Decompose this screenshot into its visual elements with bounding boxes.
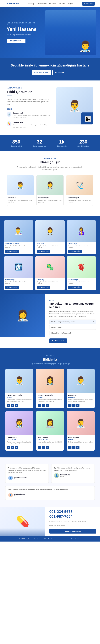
facebook-icon-3[interactable]: f [68,404,72,407]
stat-2: 32 Doktapı operasyonu [33,139,46,147]
facebook-icon-4[interactable]: f [7,446,10,449]
linkedin-icon-2[interactable]: in [46,404,49,407]
doctor-cta-6[interactable]: DEVAMINE GİDİ [68,286,82,289]
author-name-1: Jessica Kennedy [14,476,27,478]
doctor-cta-4[interactable]: DEVAMINE GİDİ [5,286,19,289]
twitter-icon-5[interactable]: t [42,446,45,449]
team-name-2: GENEL DIŞ HEKİM [38,394,62,396]
doctor-desc-4: Sample text. Click to select the Test El… [5,281,32,285]
team-img-2: 👩‍⚕️ [36,369,64,393]
footer-link-home[interactable]: Ana Sayfa [48,538,55,540]
team-member-icon-2: 👩‍⚕️ [45,376,55,386]
linkedin-icon-3[interactable]: in [76,404,80,407]
testimonial-1: Profesyonelce odaklanmak yeterli değildi… [5,464,49,483]
doctor-desc-3: Sample text. Click to select the Test El… [68,245,95,249]
navbar-cta-button[interactable]: Randevu Al [82,2,95,6]
how-description: Profesyonelce odaklanmak yeterli değildi… [17,166,83,171]
twitter-icon-4[interactable]: t [11,446,14,449]
facebook-icon-5[interactable]: f [38,446,41,449]
how-card-desc-3: Sample text. Click to select the Text El… [68,200,92,204]
testimonial-author-2: 👤 Frank Clarke Hasta [54,473,92,478]
doctor-cta-1[interactable]: DEVAMINE GİDİ [5,250,19,253]
facebook-icon-1[interactable]: f [7,404,10,407]
team-card-6: 👨‍⚕️ Prini Duvase ONKOLOG Profesyonelce … [67,411,95,451]
doctor-card-body-2: Genel Klinik Sample text. Click to selec… [35,242,64,254]
feature-text-1: Sample text Click to select the text box… [13,112,52,119]
how-card-desc-2: Sample text. Click to select the Text El… [38,200,62,204]
tagline-cta2-button[interactable]: BİLGİ ALART [52,70,68,75]
contact-phone-1: 001-234-5678 [49,510,96,514]
footer-link-contact[interactable]: İletişim [75,538,80,540]
doctor-desc-6: Sample text. Click to select the Test El… [68,281,95,285]
feature-icon-2: 💊 [7,121,12,126]
doctors-grid: 👨‍🔬 1.Laboratuvar analizi Sample text. C… [4,220,96,290]
footer-link-about[interactable]: Hakkımızda [57,538,65,540]
lab-link[interactable]: Buraya [7,108,12,110]
facebook-icon-2[interactable]: f [38,404,41,407]
doctors-section: 👨‍🔬 1.Laboratuvar analizi Sample text. C… [0,216,100,294]
team-desc-3: Profesyonelce odaklanmak yeterli değildi… [68,399,93,402]
how-tag: Çalışma süreci [7,158,93,159]
linkedin-icon-4[interactable]: in [15,446,18,449]
linkedin-icon-1[interactable]: in [15,404,18,407]
team-section: Ekibimiz Ekibimiz En iyi ve en nitelikli… [0,348,100,458]
linkedin-icon-6[interactable]: in [76,446,80,449]
doctor-cta-2[interactable]: DEVAMINE GİDİ [37,250,50,253]
doctor-cta-3[interactable]: DEVAMINE GİDİ [68,250,82,253]
twitter-icon-6[interactable]: t [72,446,76,449]
twitter-icon-3[interactable]: t [72,404,76,407]
twitter-icon-1[interactable]: t [11,404,14,407]
tagline-buttons: RANDEVU ALART BİLGİ ALART [8,70,92,75]
contact-cta-button[interactable]: Randevu için tıklayın [49,529,96,534]
how-card-body-3: Primsuzluğet Sample text. Click to selec… [66,195,93,206]
stat-3: 1k Dünyacasında [57,139,66,147]
author-info-1: Jessica Kennedy Hasta [14,476,27,480]
lab-content: Laboratuvardır Tıbbi Çözümler Profesyone… [7,87,52,128]
how-card-1: 👨‍⚕️ Doktorlar Sample text. Click to sel… [7,175,34,206]
twitter-icon-2[interactable]: t [42,404,45,407]
pill-icon: 💊 [8,122,10,125]
doctor-card-img-2: 👩‍⚕️ [35,220,64,242]
team-card-4: 👩‍⚕️ Prini Duvase ENGELSİZLER Profesyone… [5,411,33,451]
stats-section: 850 Başarılı ameliyat 32 Doktapı operasy… [0,135,100,151]
team-body-5: Prini Duvase ÇOCUK HEKİMİ Profesyonelce … [36,435,64,451]
doctor-cta-5[interactable]: DEVAMINE GİDİ [37,286,50,289]
doctor-desc-1: Sample text. Click to select the Test El… [5,245,32,249]
logo: Yeni Hastane [5,2,19,5]
child-clinic-icon: 🤱 [77,227,86,235]
how-card-body-1: Doktorlar Sample text. Click to select t… [7,195,34,206]
testimonial-author-3: 👤 Clinton Bragg Hasta [8,493,92,498]
how-section: Çalışma süreci Nasıl çalışır Profesyonel… [0,151,100,216]
doctor3-icon: 🩺 [76,181,84,189]
nav-services[interactable]: Hizmetler [49,3,56,4]
nav-about[interactable]: Hakkımızda [38,3,46,4]
author-name-2: Frank Clarke [60,474,70,476]
tagline-cta1-button[interactable]: RANDEVU ALART [32,70,51,75]
footer: © 2024 Yeni Hastane. Tüm hakları saklıdı… [0,536,100,542]
facebook-icon-6[interactable]: f [68,446,72,449]
team-member-icon-3: 👨‍⚕️ [76,376,86,386]
faq-item-1[interactable]: What is a pregnancy cradling urter? ▼ [49,320,96,324]
hero-cta-button[interactable]: RANDEVU İÇİN » [7,39,26,43]
team-social-1: f t in [7,404,32,407]
author-role-3: Hasta [14,495,25,496]
nav-contact[interactable]: İletişim [68,3,73,4]
team-description: En iyi ve en nitelikli doktorlar aşağıda… [5,363,95,365]
nav-doctors[interactable]: Doktorlar [59,3,65,4]
team-desc-5: Profesyonelce odaklanmak yeterli değildi… [38,441,62,445]
team-social-3: f t in [68,404,93,407]
how-card-desc-1: Sample text. Click to select the Text El… [8,200,32,204]
info-image-inner: 👩‍⚕️ [0,294,45,337]
nav-home[interactable]: Ana Sayfa [28,3,35,4]
faq-item-2[interactable]: What is a pilruh? › [49,325,96,330]
doctor-card-6: 🫀 varion Klinikğü Sample text. Click to … [67,256,96,290]
faq-item-3[interactable]: Should I have the flu vaccine? › [49,331,96,335]
info-cta-button[interactable]: RANDEVU AL » [49,338,67,343]
linkedin-icon-5[interactable]: in [46,446,49,449]
footer-link-services[interactable]: Hizmetler [67,538,73,540]
doctor-card-body-3: Cocuk Kliniği Sample text. Click to sele… [67,242,96,254]
info-right: Bilgi Tıp doktorları arıyorsanız çözüm i… [45,294,100,348]
team-social-6: f t in [68,446,93,449]
how-grid: 👨‍⚕️ Doktorlar Sample text. Click to sel… [7,175,93,206]
heart-icon: 🫀 [77,263,86,271]
